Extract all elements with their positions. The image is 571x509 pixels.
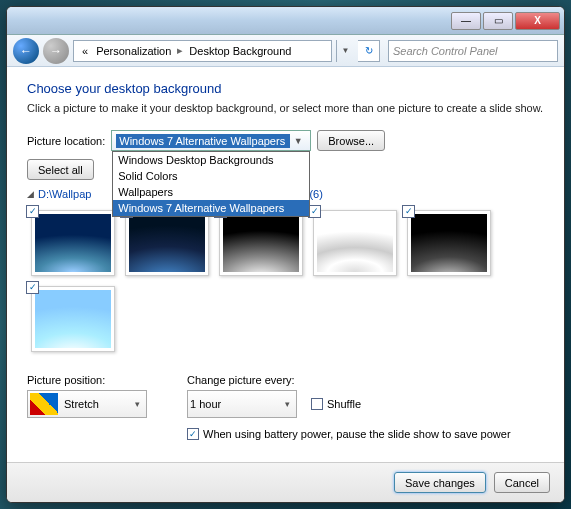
change-interval-combo[interactable]: 1 hour ▾	[187, 390, 297, 418]
breadcrumb-prefix: «	[78, 43, 92, 59]
picture-location-row: Picture location: Windows 7 Alternative …	[27, 130, 544, 151]
thumb-checkbox[interactable]: ✓	[402, 205, 415, 218]
battery-option[interactable]: ✓ When using battery power, pause the sl…	[187, 428, 511, 440]
wallpaper-thumb[interactable]: ✓	[313, 210, 397, 276]
minimize-button[interactable]: —	[451, 12, 481, 30]
shuffle-option[interactable]: Shuffle	[311, 398, 361, 410]
group-path: D:\Wallpap	[38, 188, 91, 200]
wallpaper-thumb[interactable]: ✓	[31, 210, 115, 276]
wallpaper-thumb[interactable]: ✓	[407, 210, 491, 276]
navigation-bar: ← → « Personalization ▸ Desktop Backgrou…	[7, 35, 564, 67]
thumb-image	[35, 290, 111, 348]
position-preview-icon	[30, 393, 58, 415]
battery-label: When using battery power, pause the slid…	[203, 428, 511, 440]
back-button[interactable]: ←	[13, 38, 39, 64]
chevron-down-icon: ▾	[135, 399, 144, 409]
picture-position-combo[interactable]: Stretch ▾	[27, 390, 147, 418]
select-all-button[interactable]: Select all	[27, 159, 94, 180]
wallpaper-thumb[interactable]: ✓	[219, 210, 303, 276]
maximize-button[interactable]: ▭	[483, 12, 513, 30]
browse-button[interactable]: Browse...	[317, 130, 385, 151]
address-bar[interactable]: « Personalization ▸ Desktop Background	[73, 40, 332, 62]
picture-location-dropdown: Windows Desktop Backgrounds Solid Colors…	[112, 151, 310, 217]
dropdown-option[interactable]: Windows Desktop Backgrounds	[113, 152, 309, 168]
page-description: Click a picture to make it your desktop …	[27, 102, 544, 114]
save-changes-button[interactable]: Save changes	[394, 472, 486, 493]
thumb-checkbox[interactable]: ✓	[26, 281, 39, 294]
thumb-image	[129, 214, 205, 272]
thumb-image	[223, 214, 299, 272]
close-button[interactable]: X	[515, 12, 560, 30]
change-interval-label: Change picture every:	[187, 374, 511, 386]
breadcrumb-desktop-background[interactable]: Desktop Background	[185, 43, 295, 59]
interval-value: 1 hour	[190, 398, 221, 410]
breadcrumb-personalization[interactable]: Personalization	[92, 43, 175, 59]
position-value: Stretch	[64, 398, 99, 410]
battery-checkbox[interactable]: ✓	[187, 428, 199, 440]
chevron-down-icon: ▾	[285, 399, 294, 409]
picture-location-combo[interactable]: Windows 7 Alternative Wallpapers ▼ Windo…	[111, 130, 311, 151]
dialog-footer: Save changes Cancel	[7, 462, 564, 502]
picture-location-label: Picture location:	[27, 135, 105, 147]
wallpaper-thumb[interactable]: ✓	[125, 210, 209, 276]
titlebar: — ▭ X	[7, 7, 564, 35]
thumb-checkbox[interactable]: ✓	[26, 205, 39, 218]
page-title: Choose your desktop background	[27, 81, 544, 96]
shuffle-label: Shuffle	[327, 398, 361, 410]
search-input[interactable]: Search Control Panel	[388, 40, 558, 62]
shuffle-checkbox[interactable]	[311, 398, 323, 410]
wallpaper-thumb[interactable]: ✓	[31, 286, 115, 352]
group-count: (6)	[309, 188, 322, 200]
wallpaper-thumbnails: ✓ ✓ ✓ ✓ ✓ ✓	[27, 206, 544, 356]
breadcrumb-sep-icon: ▸	[175, 44, 185, 57]
control-panel-window: — ▭ X ← → « Personalization ▸ Desktop Ba…	[6, 6, 565, 503]
thumb-image	[317, 214, 393, 272]
bottom-options: Picture position: Stretch ▾ Change pictu…	[27, 374, 544, 440]
thumb-image	[411, 214, 487, 272]
cancel-button[interactable]: Cancel	[494, 472, 550, 493]
dropdown-option-highlighted[interactable]: Windows 7 Alternative Wallpapers	[113, 200, 309, 216]
forward-button[interactable]: →	[43, 38, 69, 64]
address-dropdown-button[interactable]: ▼	[336, 40, 354, 62]
change-interval-col: Change picture every: 1 hour ▾ Shuffle ✓…	[187, 374, 511, 440]
thumb-image	[35, 214, 111, 272]
combo-selected-value: Windows 7 Alternative Wallpapers	[116, 134, 290, 148]
dropdown-option[interactable]: Solid Colors	[113, 168, 309, 184]
picture-position-label: Picture position:	[27, 374, 147, 386]
dropdown-option[interactable]: Wallpapers	[113, 184, 309, 200]
refresh-button[interactable]: ↻	[358, 40, 380, 62]
chevron-down-icon: ▼	[290, 136, 306, 146]
collapse-triangle-icon: ◢	[27, 189, 34, 199]
picture-position-col: Picture position: Stretch ▾	[27, 374, 147, 440]
content-area: Choose your desktop background Click a p…	[7, 67, 564, 462]
